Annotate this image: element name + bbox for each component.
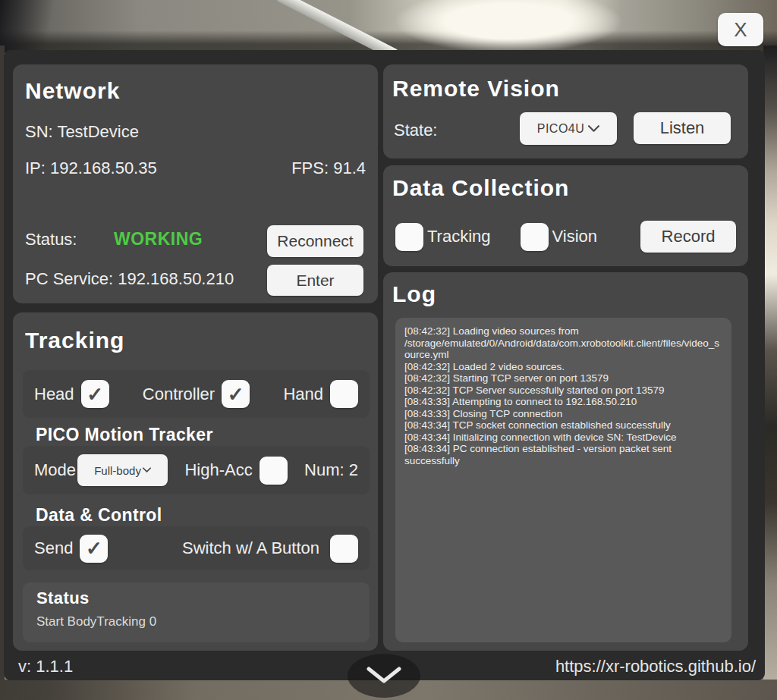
- serial-number-label: SN: TestDevice: [25, 122, 139, 142]
- collapse-panel-button[interactable]: [348, 654, 420, 698]
- send-label: Send: [34, 538, 73, 558]
- check-icon: ✓: [87, 385, 103, 404]
- log-entry: [08:43:34] TCP socket connection establi…: [404, 419, 722, 432]
- pc-service-label: PC Service: 192.168.50.210: [25, 269, 234, 289]
- background-photo-right: [763, 46, 777, 680]
- data-control-title: Data & Control: [36, 505, 162, 526]
- log-entry: [08:43:34] PC connection established - v…: [404, 443, 722, 466]
- chevron-down-icon: [588, 125, 599, 133]
- log-entry: [08:43:33] Closing TCP connection: [404, 408, 722, 420]
- log-entry: [08:42:32] Starting TCP server on port 1…: [404, 372, 722, 385]
- check-icon: ✓: [228, 385, 244, 404]
- ip-label: IP: 192.168.50.35: [25, 159, 157, 178]
- footer-url: https://xr-robotics.github.io/: [555, 657, 756, 676]
- tracking-sources-row: Head ✓ Controller ✓ Hand: [23, 370, 370, 418]
- device-value: PICO4U: [537, 122, 585, 136]
- record-button[interactable]: Record: [640, 221, 736, 253]
- tracking-status-title: Status: [36, 589, 356, 608]
- pico-motion-tracker-title: PICO Motion Tracker: [36, 425, 213, 445]
- head-checkbox[interactable]: ✓: [81, 380, 109, 408]
- tracking-card: Tracking Head ✓ Controller ✓ Hand PICO M…: [13, 312, 378, 651]
- log-entry: [08:42:32] Loaded 2 video sources.: [404, 361, 722, 373]
- chevron-down-icon: [143, 467, 151, 473]
- tracking-status-box: Status Start BodyTracking 0: [23, 582, 370, 642]
- log-card: Log [08:42:32] Loading video sources fro…: [383, 272, 748, 651]
- close-button[interactable]: X: [718, 13, 763, 46]
- tracking-status-message: Start BodyTracking 0: [36, 614, 356, 629]
- state-label: State:: [394, 121, 437, 140]
- status-value: WORKING: [114, 229, 203, 250]
- collect-tracking-label: Tracking: [427, 227, 491, 246]
- tracking-title: Tracking: [25, 328, 124, 353]
- controller-label: Controller: [143, 385, 215, 404]
- screen: X Network SN: TestDevice IP: 192.168.50.…: [0, 0, 777, 700]
- hand-checkbox[interactable]: [330, 380, 358, 408]
- high-acc-label: High-Acc: [184, 460, 252, 480]
- collect-tracking-checkbox[interactable]: [395, 223, 423, 251]
- fps-label: FPS: 91.4: [291, 159, 366, 178]
- num-label: Num: 2: [304, 460, 358, 480]
- head-label: Head: [34, 385, 74, 404]
- collect-vision-label: Vision: [552, 227, 598, 246]
- remote-vision-title: Remote Vision: [392, 76, 560, 102]
- version-label: v: 1.1.1: [18, 657, 73, 676]
- mode-label: Mode: [34, 460, 76, 480]
- chevron-down-icon: [366, 667, 401, 685]
- log-title: Log: [392, 281, 436, 307]
- send-checkbox[interactable]: ✓: [80, 535, 108, 563]
- device-dropdown[interactable]: PICO4U: [520, 112, 617, 145]
- status-label: Status:: [25, 230, 77, 250]
- main-panel: Network SN: TestDevice IP: 192.168.50.35…: [4, 50, 765, 680]
- network-card: Network SN: TestDevice IP: 192.168.50.35…: [13, 64, 378, 303]
- mode-value: Full-body: [94, 464, 141, 477]
- hand-label: Hand: [283, 385, 323, 404]
- log-entry: [08:42:32] Loading video sources from /s…: [404, 325, 722, 361]
- log-entry: [08:42:32] TCP Server successfully start…: [404, 385, 722, 397]
- high-acc-checkbox[interactable]: [260, 457, 288, 485]
- log-entry: [08:43:34] Initializing connection with …: [404, 432, 722, 444]
- mode-dropdown[interactable]: Full-body: [77, 454, 168, 486]
- data-collection-title: Data Collection: [392, 175, 569, 201]
- check-icon: ✓: [86, 538, 102, 558]
- data-control-row: Send ✓ Switch w/ A Button: [23, 526, 370, 570]
- reconnect-button[interactable]: Reconnect: [267, 225, 363, 257]
- background-photo-ceiling: [0, 0, 777, 53]
- listen-button[interactable]: Listen: [634, 112, 731, 144]
- switch-a-button-label: Switch w/ A Button: [182, 538, 319, 558]
- motion-tracker-settings-row: Mode Full-body High-Acc Num: 2: [23, 446, 370, 494]
- network-title: Network: [25, 78, 120, 104]
- controller-checkbox[interactable]: ✓: [222, 380, 250, 408]
- data-collection-card: Data Collection Tracking Vision Record: [383, 165, 748, 266]
- remote-vision-card: Remote Vision State: PICO4U Listen: [383, 64, 748, 159]
- switch-a-button-checkbox[interactable]: [330, 535, 358, 563]
- log-entry: [08:43:33] Attempting to connect to 192.…: [404, 396, 722, 408]
- collect-vision-checkbox[interactable]: [521, 223, 549, 251]
- log-output[interactable]: [08:42:32] Loading video sources from /s…: [395, 318, 731, 642]
- enter-button[interactable]: Enter: [267, 265, 363, 296]
